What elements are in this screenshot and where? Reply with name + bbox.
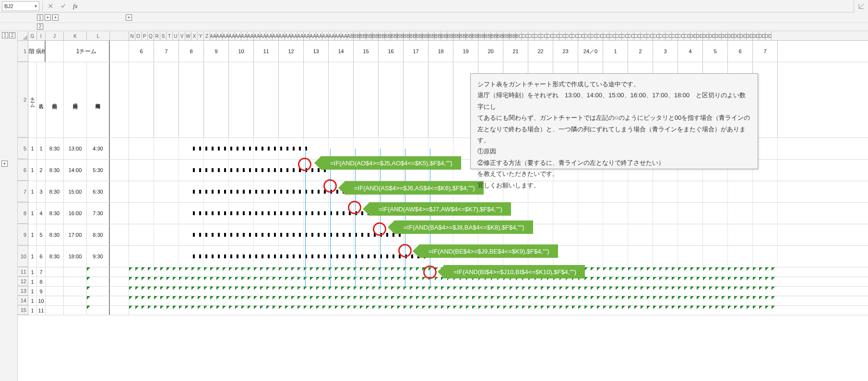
col-header[interactable]: N <box>129 32 135 40</box>
col-header[interactable]: DD <box>690 32 697 40</box>
col-header[interactable]: AA <box>266 32 273 40</box>
enter-icon[interactable] <box>58 1 68 11</box>
row-group-level-2[interactable]: 2 <box>9 32 15 38</box>
col-header[interactable]: AA <box>273 32 279 40</box>
col-header[interactable]: AA <box>279 32 285 40</box>
col-header[interactable]: DD <box>697 32 703 40</box>
col-header[interactable]: AA <box>216 32 223 40</box>
col-header[interactable]: P <box>142 32 148 40</box>
col-header[interactable]: DD <box>728 32 734 40</box>
col-header[interactable]: AA <box>304 32 310 40</box>
col-header[interactable]: CC <box>591 32 597 40</box>
col-header[interactable]: AA <box>241 32 248 40</box>
row-number[interactable]: 8 <box>18 203 28 224</box>
col-header[interactable]: Y <box>198 32 204 40</box>
col-header[interactable]: CC <box>647 32 653 40</box>
col-header[interactable]: AA <box>260 32 266 40</box>
row-number[interactable]: 1 <box>18 41 28 62</box>
fx-icon[interactable]: fx <box>71 1 80 11</box>
col-header[interactable]: BB <box>422 32 428 40</box>
col-header[interactable]: BB <box>360 32 366 40</box>
col-header[interactable]: BB <box>441 32 447 40</box>
col-header[interactable]: CC <box>609 32 616 40</box>
col-header[interactable]: CC <box>559 32 566 40</box>
col-header[interactable]: DD <box>753 32 759 40</box>
col-header[interactable]: BB <box>410 32 416 40</box>
col-header[interactable]: V <box>179 32 185 40</box>
col-header[interactable]: BB <box>453 32 460 40</box>
col-header[interactable]: BB <box>447 32 453 40</box>
col-header[interactable]: W <box>185 32 191 40</box>
col-header[interactable]: CC <box>553 32 559 40</box>
col-header[interactable]: CC <box>541 32 547 40</box>
row-number[interactable]: 5 <box>18 138 28 159</box>
row-number[interactable]: 11 <box>18 267 28 277</box>
col-header[interactable]: BB <box>366 32 372 40</box>
col-header[interactable]: BB <box>478 32 485 40</box>
col-group-expand-2[interactable]: + <box>52 14 59 21</box>
row-number[interactable]: 2 <box>18 62 28 138</box>
col-header[interactable]: CD <box>684 32 690 40</box>
ward-cell[interactable]: 3階 病棟 <box>28 41 46 62</box>
col-header[interactable]: DD <box>715 32 722 40</box>
col-header[interactable]: Q <box>148 32 154 40</box>
col-header[interactable]: DD <box>722 32 728 40</box>
col-header[interactable]: AB <box>347 32 354 40</box>
col-header[interactable]: CC <box>522 32 528 40</box>
edit-pane-icon[interactable] <box>854 0 868 12</box>
col-header[interactable]: BB <box>397 32 404 40</box>
col-header[interactable]: CC <box>628 32 634 40</box>
row-number[interactable]: 6 <box>18 160 28 181</box>
row-number[interactable]: 13 <box>18 287 28 296</box>
col-header[interactable]: BB <box>460 32 466 40</box>
col-header[interactable]: BB <box>485 32 491 40</box>
col-header[interactable]: CC <box>603 32 609 40</box>
col-header[interactable]: CC <box>678 32 684 40</box>
col-header[interactable]: X <box>191 32 198 40</box>
col-header[interactable]: BB <box>379 32 385 40</box>
col-header[interactable]: CC <box>659 32 666 40</box>
col-header[interactable]: CC <box>622 32 628 40</box>
col-header[interactable]: DD <box>740 32 747 40</box>
row-number[interactable]: 12 <box>18 277 28 286</box>
col-header[interactable]: BB <box>435 32 441 40</box>
col-header[interactable]: AA <box>223 32 229 40</box>
col-header[interactable]: BB <box>354 32 360 40</box>
col-header[interactable]: DD <box>709 32 715 40</box>
col-header[interactable]: CC <box>528 32 535 40</box>
col-header[interactable]: CC <box>547 32 553 40</box>
col-header[interactable]: J <box>46 32 64 40</box>
col-header[interactable]: CC <box>616 32 622 40</box>
col-header[interactable]: DD <box>759 32 765 40</box>
col-header[interactable]: BB <box>510 32 516 40</box>
col-header[interactable]: AA <box>341 32 347 40</box>
col-header[interactable]: DD <box>747 32 753 40</box>
col-header[interactable]: BB <box>428 32 435 40</box>
col-header[interactable]: AA <box>229 32 235 40</box>
row-number[interactable]: 9 <box>18 224 28 245</box>
col-header[interactable]: O <box>135 32 142 40</box>
col-header[interactable]: CC <box>666 32 672 40</box>
col-header[interactable]: AA <box>316 32 322 40</box>
col-header[interactable]: CC <box>641 32 647 40</box>
col-header[interactable]: BB <box>385 32 391 40</box>
col-header[interactable]: CC <box>597 32 603 40</box>
col-header[interactable]: K <box>64 32 87 40</box>
col-header[interactable]: CC <box>672 32 678 40</box>
col-header[interactable]: DD <box>703 32 709 40</box>
col-header[interactable]: AA <box>291 32 297 40</box>
col-header[interactable]: Z <box>204 32 210 40</box>
col-header[interactable]: BB <box>497 32 503 40</box>
col-group-expand-3[interactable]: + <box>126 14 132 21</box>
row-number[interactable]: 15 <box>18 306 28 315</box>
col-header[interactable]: G <box>28 32 37 40</box>
col-header[interactable]: BC <box>516 32 522 40</box>
col-group-level-2[interactable]: 2 <box>37 23 43 30</box>
name-box[interactable]: BJ2 ▾ <box>2 1 39 11</box>
row-group-expand[interactable]: + <box>1 161 8 167</box>
formula-input[interactable] <box>83 1 868 11</box>
row-number[interactable]: 7 <box>18 181 28 202</box>
col-header[interactable]: AA <box>329 32 335 40</box>
col-header[interactable]: CC <box>634 32 641 40</box>
col-header[interactable]: AA <box>248 32 254 40</box>
